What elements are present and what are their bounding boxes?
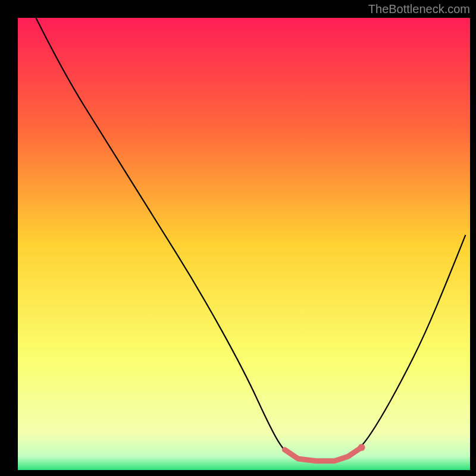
plot-area <box>18 18 470 470</box>
bottleneck-chart: TheBottleneck.com <box>0 0 476 476</box>
optimal-point-marker <box>358 444 365 451</box>
watermark-text: TheBottleneck.com <box>368 2 470 16</box>
chart-svg <box>0 0 476 476</box>
